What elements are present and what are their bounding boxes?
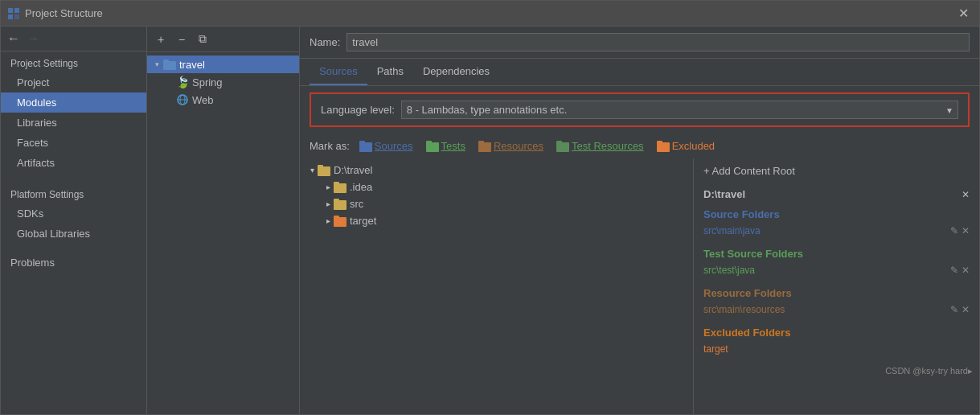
tree-item-spring[interactable]: 🍃 Spring xyxy=(147,73,299,91)
project-structure-window: Project Structure ✕ ← → Project Settings… xyxy=(0,0,980,415)
source-folder-edit-btn-0[interactable]: ✎ xyxy=(950,225,958,236)
resource-folder-path-0: src\main\resources xyxy=(703,304,785,315)
forward-button[interactable]: → xyxy=(27,31,39,46)
mark-as-test-resources-label: Test Resources xyxy=(572,140,644,152)
excluded-folder-path-0: target xyxy=(703,343,728,355)
language-level-select-wrapper: 3 - Enumerated types, autoboxing, etc. 5… xyxy=(401,101,958,119)
content-root-close-btn[interactable]: ✕ xyxy=(962,189,970,200)
tree-no-expand-spring xyxy=(163,76,176,88)
sidebar-item-problems[interactable]: Problems xyxy=(1,250,146,275)
window-title: Project Structure xyxy=(25,7,953,19)
source-folders-title: Source Folders xyxy=(703,208,970,220)
sidebar-item-modules[interactable]: Modules xyxy=(1,92,146,113)
language-level-select[interactable]: 3 - Enumerated types, autoboxing, etc. 5… xyxy=(401,101,958,119)
stree-label-travel: D:\travel xyxy=(334,164,372,176)
stree-expand-src[interactable]: ▸ xyxy=(322,199,334,208)
resource-folder-row-0: src\main\resources ✎ ✕ xyxy=(703,302,970,317)
content-root-header: D:\travel ✕ xyxy=(694,183,979,205)
test-source-folders-section: Test Source Folders src\test\java ✎ ✕ xyxy=(694,244,979,284)
remove-module-button[interactable]: − xyxy=(173,31,191,48)
tab-paths[interactable]: Paths xyxy=(367,59,413,85)
name-label: Name: xyxy=(310,36,340,48)
svg-rect-12 xyxy=(426,141,432,144)
mark-as-sources-btn[interactable]: Sources xyxy=(356,138,416,154)
source-tree-item-travel[interactable]: ▾ D:\travel xyxy=(300,162,693,179)
stree-folder-idea xyxy=(334,182,346,193)
test-source-folder-actions-0: ✎ ✕ xyxy=(950,265,970,276)
copy-module-button[interactable]: ⧉ xyxy=(194,31,211,48)
module-tree-panel: + − ⧉ ▾ travel xyxy=(147,27,300,414)
mark-as-row: Mark as: Sources Tests Resources Test Re… xyxy=(300,134,979,158)
mark-as-tests-btn[interactable]: Tests xyxy=(423,138,469,154)
source-folders-section: Source Folders src\main\java ✎ ✕ xyxy=(694,205,979,244)
stree-expand-travel[interactable]: ▾ xyxy=(306,166,318,175)
source-folder-path-0: src\main\java xyxy=(703,225,761,236)
test-source-folder-remove-btn-0[interactable]: ✕ xyxy=(962,265,970,276)
add-content-root-btn[interactable]: + Add Content Root xyxy=(694,158,979,183)
test-source-folder-edit-btn-0[interactable]: ✎ xyxy=(950,265,958,276)
name-input[interactable] xyxy=(346,33,970,51)
language-level-label: Language level: xyxy=(321,104,395,116)
mark-as-resources-btn[interactable]: Resources xyxy=(475,138,547,154)
sidebar-item-facets[interactable]: Facets xyxy=(1,133,146,153)
platform-settings-header: Platform Settings xyxy=(1,183,146,203)
content-root-path: D:\travel xyxy=(703,188,745,200)
resource-folder-edit-btn-0[interactable]: ✎ xyxy=(950,304,958,315)
test-source-folder-row-0: src\test\java ✎ ✕ xyxy=(703,263,970,277)
tabs-row: Sources Paths Dependencies xyxy=(300,59,979,86)
tab-dependencies[interactable]: Dependencies xyxy=(413,59,499,85)
source-folder-row-0: src\main\java ✎ ✕ xyxy=(703,224,970,238)
stree-expand-target[interactable]: ▸ xyxy=(322,216,334,225)
source-tree-item-src[interactable]: ▸ src xyxy=(300,195,693,212)
mark-as-test-resources-btn[interactable]: Test Resources xyxy=(553,138,647,154)
resource-folders-section: Resource Folders src\main\resources ✎ ✕ xyxy=(694,284,979,323)
sidebar-item-artifacts[interactable]: Artifacts xyxy=(1,153,146,173)
source-tree-item-target[interactable]: ▸ target xyxy=(300,212,693,229)
svg-rect-14 xyxy=(478,141,484,144)
test-source-folder-path-0: src\test\java xyxy=(703,265,755,276)
web-icon xyxy=(176,94,189,105)
excluded-folders-section: Excluded Folders target xyxy=(694,323,979,363)
module-tree-toolbar: + − ⧉ xyxy=(147,27,299,52)
name-row: Name: xyxy=(300,27,979,59)
mark-as-resources-label: Resources xyxy=(494,140,543,152)
add-module-button[interactable]: + xyxy=(152,31,170,48)
source-folder-actions-0: ✎ ✕ xyxy=(950,225,970,236)
tree-label-travel: travel xyxy=(179,59,205,71)
svg-rect-24 xyxy=(334,199,339,202)
back-button[interactable]: ← xyxy=(7,31,20,46)
stree-label-idea: .idea xyxy=(350,181,372,193)
sidebar: ← → Project Settings Project Modules Lib… xyxy=(1,27,147,414)
language-level-box: Language level: 3 - Enumerated types, au… xyxy=(310,92,970,127)
content-root-panel: + Add Content Root D:\travel ✕ Source Fo… xyxy=(694,158,979,414)
stree-label-src: src xyxy=(350,198,363,210)
tree-label-spring: Spring xyxy=(192,76,223,88)
test-source-folders-title: Test Source Folders xyxy=(703,248,970,260)
stree-folder-target xyxy=(334,216,346,227)
close-button[interactable]: ✕ xyxy=(953,4,973,23)
watermark: CSDN @ksy-try hard▸ xyxy=(694,363,979,380)
sidebar-item-sdks[interactable]: SDKs xyxy=(1,203,146,224)
folder-icon-travel xyxy=(163,59,176,70)
sources-area: ▾ D:\travel ▸ .idea xyxy=(300,158,979,414)
resource-folder-remove-btn-0[interactable]: ✕ xyxy=(962,304,970,315)
svg-rect-3 xyxy=(14,14,19,19)
mark-as-excluded-btn[interactable]: Excluded xyxy=(654,138,718,154)
tab-sources[interactable]: Sources xyxy=(310,59,367,85)
sidebar-item-project[interactable]: Project xyxy=(1,72,146,92)
resource-folder-actions-0: ✎ ✕ xyxy=(950,304,970,315)
sidebar-item-global-libraries[interactable]: Global Libraries xyxy=(1,224,146,244)
main-content: ← → Project Settings Project Modules Lib… xyxy=(1,27,979,414)
source-folder-remove-btn-0[interactable]: ✕ xyxy=(962,225,970,236)
tree-item-travel[interactable]: ▾ travel xyxy=(147,55,299,73)
app-icon xyxy=(7,7,20,20)
svg-rect-16 xyxy=(556,141,562,144)
tree-item-web[interactable]: Web xyxy=(147,91,299,109)
source-tree-item-idea[interactable]: ▸ .idea xyxy=(300,179,693,195)
tree-expand-travel[interactable]: ▾ xyxy=(150,58,163,71)
svg-rect-22 xyxy=(334,182,339,185)
svg-rect-10 xyxy=(359,141,365,144)
stree-folder-src xyxy=(334,199,346,210)
sidebar-item-libraries[interactable]: Libraries xyxy=(1,113,146,133)
stree-expand-idea[interactable]: ▸ xyxy=(322,183,334,191)
